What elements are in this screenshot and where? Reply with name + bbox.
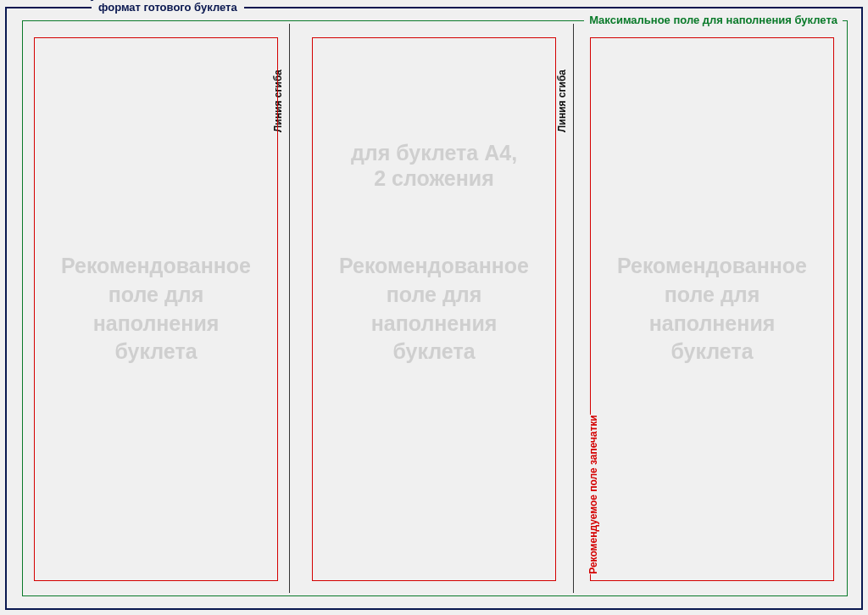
panel-center-subtitle: для буклета А4,2 сложения [313,140,555,191]
panel-center: для буклета А4,2 сложения Рекомендованно… [312,37,556,581]
panel-right-text: Рекомендованноеполе длянаполнениябуклета [617,252,807,366]
outer-frame-label-notch: формат готового буклета [92,1,244,13]
print-area-label: Рекомендуемое поле запечатки [587,415,599,574]
outer-frame-label: формат готового буклета [98,1,237,14]
max-content-label: Максимальное поле для наполнения буклета [584,14,843,26]
panel-right: Рекомендованноеполе длянаполнениябуклета [590,37,834,581]
panel-left: Рекомендованноеполе длянаполнениябуклета [34,37,278,581]
panel-left-text: Рекомендованноеполе длянаполнениябуклета [61,252,251,366]
panel-center-text: Рекомендованноеполе длянаполнениябуклета [339,252,529,366]
panels-row: Рекомендованноеполе длянаполнениябуклета… [34,37,834,581]
